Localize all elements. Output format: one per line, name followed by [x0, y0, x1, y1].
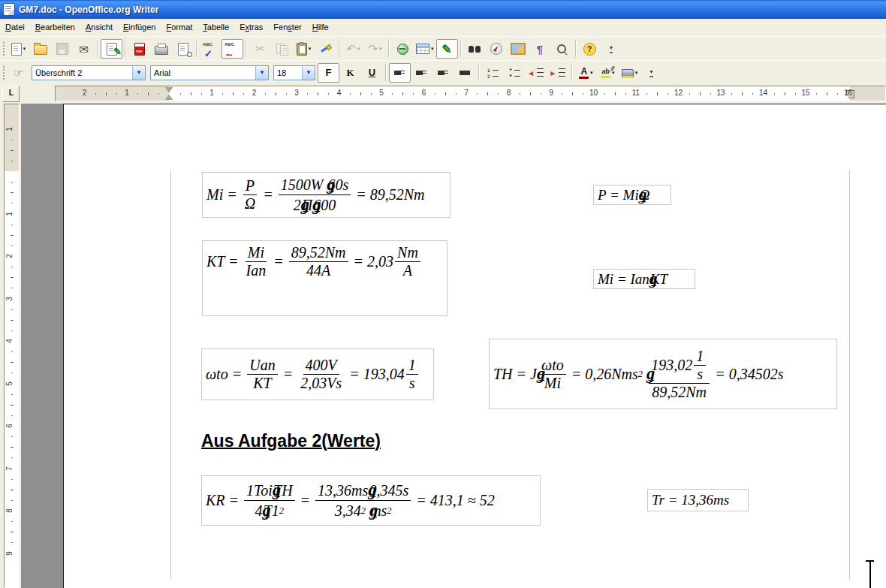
edit-file-icon[interactable]: ✎ [101, 39, 122, 59]
toolbar-separator [575, 41, 577, 57]
toolbar-separator [460, 41, 462, 57]
redo-icon: ↷▾ [364, 39, 386, 59]
font-name-combobox[interactable]: Arial▼ [150, 65, 269, 80]
menu-tabelle[interactable]: Tabelle [197, 20, 234, 34]
chevron-down-icon[interactable]: ▼ [302, 66, 315, 80]
menu-fenster[interactable]: Fenster [268, 20, 306, 34]
send-email-icon[interactable]: ✉ [73, 39, 95, 59]
toolbar-separator [97, 41, 98, 57]
undo-icon: ↶▾ [342, 39, 364, 59]
chevron-down-icon[interactable]: ▾ [357, 46, 360, 52]
background-color-icon[interactable]: ▾ [619, 63, 640, 83]
toolbar-separator [339, 41, 340, 57]
font-size-combobox[interactable]: 18▼ [273, 65, 315, 80]
indent-marker[interactable] [165, 87, 173, 100]
draw-functions-icon[interactable]: ✎ [436, 39, 458, 59]
toolbar-separator [388, 41, 390, 57]
justify-icon[interactable] [454, 63, 476, 83]
highlighting-icon[interactable]: ab▾ [597, 63, 619, 83]
export-pdf-icon[interactable] [128, 39, 150, 59]
zoom-icon[interactable] [551, 39, 573, 59]
workspace-background [21, 104, 63, 588]
menu-ansicht[interactable]: Ansicht [80, 20, 118, 34]
numbered-list-icon[interactable] [482, 63, 504, 83]
chevron-down-icon[interactable]: ▾ [379, 46, 382, 52]
chevron-down-icon[interactable]: ▾ [309, 46, 312, 52]
nonprinting-characters-icon[interactable]: ¶ [529, 39, 551, 59]
align-center-icon[interactable] [411, 63, 432, 83]
text-boundary-left [170, 170, 171, 580]
menu-format[interactable]: Format [161, 20, 197, 34]
bold-icon[interactable]: F [318, 63, 339, 83]
menu-einfgen[interactable]: Einfügen [118, 20, 161, 34]
toolbar-grip[interactable] [2, 65, 5, 81]
vertical-ruler[interactable]: 1123456789 [4, 104, 20, 588]
bullet-list-icon[interactable] [504, 63, 526, 83]
save-icon [51, 39, 73, 59]
menu-extras[interactable]: Extras [234, 20, 268, 34]
toolbar-grip[interactable] [2, 41, 5, 57]
paragraph-style-combobox[interactable]: Überschrift 2▼ [32, 65, 146, 80]
formula-object-kt[interactable]: KT = MiIan = 89,52Nm44A = 2,03NmA [202, 240, 448, 316]
formula-object-wto[interactable]: ωto = UanKT = 400V2,03Vs = 193,041s [201, 348, 434, 400]
tab-type-selector-button[interactable]: L [2, 86, 20, 102]
paste-icon[interactable]: ▾ [293, 39, 315, 59]
autospellcheck-icon[interactable]: ABC∼ [222, 39, 243, 59]
formula-object-tr[interactable]: Tr = 13,36ms [647, 489, 749, 511]
font-size-combobox-value: 18 [274, 68, 286, 77]
chevron-down-icon[interactable]: ▾ [23, 46, 26, 52]
navigator-icon[interactable] [486, 39, 508, 59]
spellcheck-icon[interactable]: ABC✓ [200, 39, 222, 59]
menu-hilfe[interactable]: Hilfe [307, 20, 334, 34]
formula-object-mi[interactable]: Mi = PΩ = 1500W ǥ60s2ǥΠǥ600 = 89,52Nm [202, 172, 451, 218]
formula-object-th[interactable]: TH = JǥωtoMi = 0,26Nms2 ǥ193,021s89,52Nm… [489, 339, 837, 409]
formula-object-p[interactable]: P = MiǥΩ [593, 185, 671, 205]
chevron-down-icon[interactable]: ▾ [635, 70, 638, 76]
align-right-icon[interactable] [432, 63, 454, 83]
italic-icon[interactable]: K [339, 63, 361, 83]
writer-app-icon [3, 3, 15, 16]
font-name-combobox-value: Arial [151, 68, 170, 77]
open-icon[interactable] [29, 39, 51, 59]
formula-object-kr[interactable]: KR = 1ToiǥTH4ǥT12 = 13,36msǥ0,345s3,342 … [201, 475, 541, 526]
toolbar-overflow-icon[interactable]: ▾ [601, 39, 622, 59]
chevron-down-icon[interactable]: ▼ [132, 66, 145, 80]
align-left-icon[interactable] [389, 63, 411, 83]
print-icon[interactable] [150, 39, 172, 59]
toolbar-separator [246, 41, 247, 57]
decrease-indent-icon[interactable]: ◂ [526, 63, 547, 83]
table-icon[interactable]: ▾ [414, 39, 436, 59]
toolbar-separator [478, 65, 480, 81]
cut-icon: ✂ [249, 39, 271, 59]
formatting-toolbar: ☞Überschrift 2▼Arial▼18▼FKU◂▸A▾ab▾▾▾ [0, 60, 886, 84]
standard-toolbar: ▾✉✎ABC✓ABC∼✂▾↶▾↷▾▾✎¶?▾ [0, 36, 886, 61]
title-bar[interactable]: GM7.doc - OpenOffice.org Writer [0, 0, 886, 19]
gallery-icon[interactable] [508, 39, 529, 59]
help-icon[interactable]: ? [579, 39, 601, 59]
underline-icon[interactable]: U [361, 63, 383, 83]
text-cursor-pointer [865, 560, 875, 588]
document-heading[interactable]: Aus Aufgabe 2(Werte) [201, 431, 381, 451]
menu-bearbeiten[interactable]: Bearbeiten [30, 20, 80, 34]
formula-object-mi2[interactable]: Mi = IanǥKT [593, 269, 695, 289]
new-document-icon[interactable]: ▾ [8, 39, 29, 59]
horizontal-ruler[interactable]: 2112345678910111213141516 [55, 86, 886, 101]
font-color-icon[interactable]: A▾ [575, 63, 597, 83]
hyperlink-icon[interactable] [392, 39, 414, 59]
paragraph-style-combobox-value: Überschrift 2 [32, 68, 82, 77]
toolbar-separator [196, 41, 197, 57]
format-paintbrush-icon[interactable] [315, 39, 336, 59]
menu-datei[interactable]: Datei [0, 20, 30, 34]
chevron-down-icon[interactable]: ▾ [590, 70, 593, 76]
styles-window-icon[interactable]: ☞ [8, 63, 29, 83]
chevron-down-icon[interactable]: ▾ [431, 46, 434, 52]
page-preview-icon[interactable] [172, 39, 194, 59]
chevron-down-icon[interactable]: ▼ [255, 66, 268, 80]
window-title: GM7.doc - OpenOffice.org Writer [19, 5, 158, 15]
increase-indent-icon[interactable]: ▸ [547, 63, 569, 83]
toolbar-separator [385, 65, 387, 81]
menu-bar: DateiBearbeitenAnsichtEinfügenFormatTabe… [0, 19, 886, 36]
toolbar-separator [125, 41, 126, 57]
toolbar-overflow-icon[interactable]: ▾ [640, 63, 662, 83]
find-replace-icon[interactable] [464, 39, 486, 59]
